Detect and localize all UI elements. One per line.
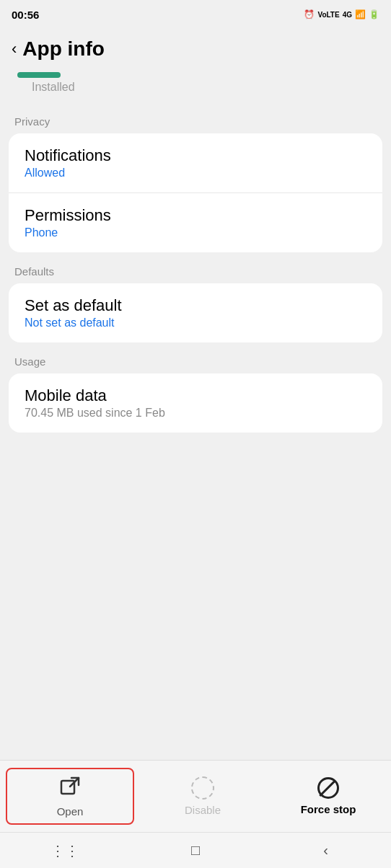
mobile-data-title: Mobile data xyxy=(25,386,366,405)
notifications-item[interactable]: Notifications Allowed xyxy=(9,133,382,192)
back-button[interactable]: ‹ xyxy=(12,40,17,58)
mobile-data-item[interactable]: Mobile data 70.45 MB used since 1 Feb xyxy=(9,373,382,433)
page-title: App info xyxy=(22,37,105,61)
app-icon-stub xyxy=(17,72,61,78)
disable-button[interactable]: Disable xyxy=(140,768,265,825)
volte-icon: VoLTE xyxy=(317,11,339,19)
svg-rect-0 xyxy=(61,781,74,794)
status-icons: ⏰ VoLTE 4G 📶 🔋 xyxy=(304,9,379,19)
4g-icon: 4G xyxy=(343,11,352,19)
open-label: Open xyxy=(57,805,84,818)
privacy-section-label: Privacy xyxy=(0,102,391,133)
force-stop-label: Force stop xyxy=(301,803,356,815)
set-as-default-title: Set as default xyxy=(25,296,366,315)
defaults-card: Set as default Not set as default xyxy=(9,283,382,342)
defaults-section-label: Defaults xyxy=(0,252,391,283)
header: ‹ App info xyxy=(0,29,391,72)
force-stop-button[interactable]: Force stop xyxy=(265,769,391,824)
nav-recents[interactable]: ⋮⋮ xyxy=(0,833,131,868)
home-icon: □ xyxy=(191,842,200,859)
force-stop-icon xyxy=(317,777,339,799)
set-as-default-item[interactable]: Set as default Not set as default xyxy=(9,283,382,342)
app-icon-section: Installed xyxy=(0,72,391,102)
recents-icon: ⋮⋮ xyxy=(50,842,79,859)
notifications-subtitle: Allowed xyxy=(25,167,366,180)
back-nav-icon: ‹ xyxy=(323,842,328,859)
usage-section-label: Usage xyxy=(0,342,391,373)
open-icon xyxy=(58,775,82,801)
alarm-icon: ⏰ xyxy=(304,9,315,19)
usage-card: Mobile data 70.45 MB used since 1 Feb xyxy=(9,373,382,433)
action-bar: Open Disable Force stop xyxy=(0,760,391,832)
privacy-card: Notifications Allowed Permissions Phone xyxy=(9,133,382,252)
notifications-title: Notifications xyxy=(25,146,366,165)
disable-icon xyxy=(191,776,214,800)
disable-label: Disable xyxy=(185,804,221,816)
set-as-default-subtitle: Not set as default xyxy=(25,316,366,329)
permissions-item[interactable]: Permissions Phone xyxy=(9,192,382,252)
battery-icon: 🔋 xyxy=(369,9,379,19)
nav-home[interactable]: □ xyxy=(131,833,261,868)
status-bar: 00:56 ⏰ VoLTE 4G 📶 🔋 xyxy=(0,0,391,29)
permissions-title: Permissions xyxy=(25,206,366,225)
content-area: Privacy Notifications Allowed Permission… xyxy=(0,102,391,548)
app-installed-label: Installed xyxy=(17,81,75,94)
nav-bar: ⋮⋮ □ ‹ xyxy=(0,832,391,868)
signal-icon: 📶 xyxy=(355,9,366,19)
mobile-data-subtitle: 70.45 MB used since 1 Feb xyxy=(25,407,366,420)
open-button[interactable]: Open xyxy=(6,768,134,825)
nav-back[interactable]: ‹ xyxy=(260,833,391,868)
status-time: 00:56 xyxy=(12,9,39,21)
permissions-subtitle: Phone xyxy=(25,226,366,239)
